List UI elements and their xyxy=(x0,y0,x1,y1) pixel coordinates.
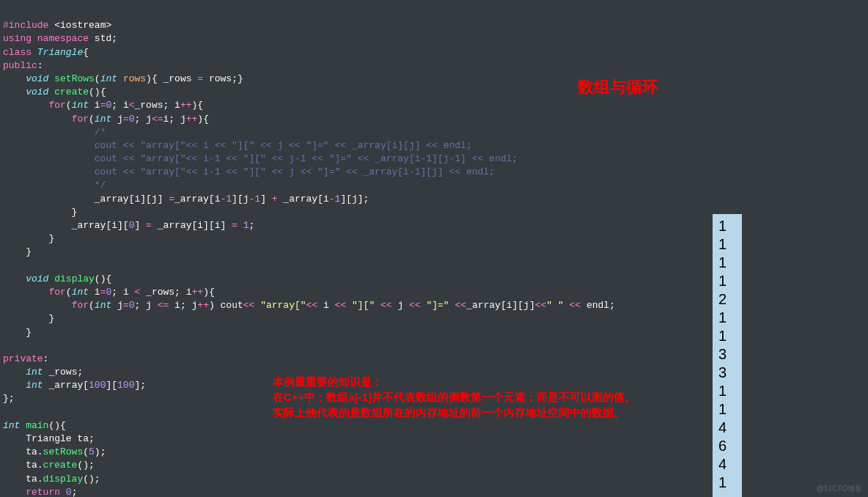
output-line: 4 xyxy=(718,455,736,474)
output-panel: 1 1 1 1 2 1 1 3 3 1 1 4 6 4 1 xyxy=(713,214,742,497)
output-line: 1 xyxy=(718,400,736,419)
note-line-3: 实际上他代表的是数组所在的内存地址的前一个内存地址空间中的数据。 xyxy=(273,405,683,420)
output-line: 1 xyxy=(718,382,736,400)
title-annotation: 数组与循环 xyxy=(578,76,658,99)
output-line: 1 xyxy=(718,254,736,272)
note-line-2: 在C++中；数组a[-1]并不代表数组的倒数第一个元素；而是不可以测的值。 xyxy=(273,389,683,405)
output-line: 3 xyxy=(718,345,736,364)
output-line: 2 xyxy=(718,290,736,309)
output-line: 1 xyxy=(718,235,736,254)
output-line: 1 xyxy=(718,474,736,492)
output-line: 1 xyxy=(718,272,736,290)
output-line: 3 xyxy=(718,364,736,382)
code-block: #include <iostream> using namespace std;… xyxy=(3,6,615,497)
output-line: 1 xyxy=(718,309,736,327)
output-line: 4 xyxy=(718,419,736,437)
note-annotation: 本例最重要的知识是： 在C++中；数组a[-1]并不代表数组的倒数第一个元素；而… xyxy=(273,374,683,420)
output-line: 1 xyxy=(718,217,736,235)
note-line-1: 本例最重要的知识是： xyxy=(273,374,683,389)
output-line: 1 xyxy=(718,327,736,345)
output-line: 6 xyxy=(718,437,736,455)
watermark: @51CTO博客 xyxy=(817,484,862,494)
